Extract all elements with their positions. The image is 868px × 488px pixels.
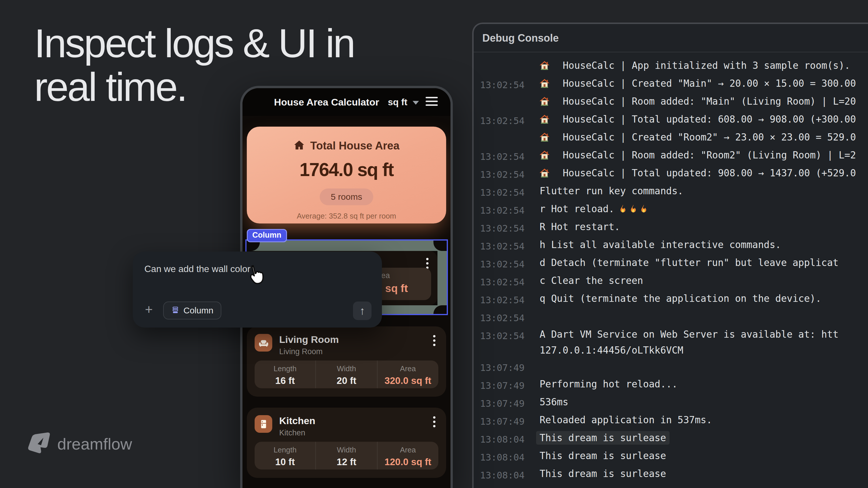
log-message: HouseCalc | Room added: "Main" (Living R… bbox=[557, 96, 856, 107]
log-row: 13:02:54HouseCalc | Total updated: 608.0… bbox=[474, 110, 868, 128]
kebab-menu-icon[interactable] bbox=[433, 416, 436, 427]
house-emoji-icon bbox=[531, 167, 557, 178]
log-timestamp: 13:02:54 bbox=[480, 277, 531, 288]
log-timestamp: 13:02:54 bbox=[480, 223, 531, 234]
log-row: 13:07:49 bbox=[474, 357, 868, 375]
log-row: 13:02:54Flutter run key commands. bbox=[474, 182, 868, 200]
brand: dreamflow bbox=[27, 432, 132, 456]
area-value: 320.0 sq ft bbox=[378, 375, 438, 386]
room-type: Kitchen bbox=[279, 428, 305, 437]
total-area-title: Total House Area bbox=[310, 140, 399, 152]
hand-cursor-icon bbox=[243, 261, 270, 291]
log-row: 13:02:54c Clear the screen bbox=[474, 271, 868, 289]
log-message: c Clear the screen bbox=[531, 275, 643, 286]
log-message: A Dart VM Service on Web Server is avail… bbox=[531, 329, 838, 340]
log-row: 13:02:54HouseCalc | Total updated: 908.0… bbox=[474, 164, 868, 182]
log-row: 13:02:54A Dart VM Service on Web Server … bbox=[474, 325, 868, 343]
log-message: 127.0.0.1:44456/oLTkk6VCM bbox=[531, 345, 683, 356]
log-timestamp: 13:02:54 bbox=[480, 79, 531, 91]
log-row: 13:02:54d Detach (terminate "flutter run… bbox=[474, 254, 868, 271]
log-row: 13:08:04This dream is surlease bbox=[474, 464, 868, 483]
chevron-down-icon bbox=[412, 101, 419, 105]
unit-selector[interactable]: sq ft bbox=[388, 97, 419, 107]
width-value: 12 ft bbox=[316, 456, 377, 467]
brand-name: dreamflow bbox=[57, 434, 132, 453]
dreamflow-logo-icon bbox=[27, 432, 52, 456]
fire-icons bbox=[618, 204, 648, 214]
length-label: Length bbox=[255, 364, 315, 373]
area-label: Area bbox=[378, 364, 438, 373]
room-stats: Length 10 ft Width 12 ft Area 120.0 sq f… bbox=[255, 442, 438, 469]
area-label: Area bbox=[378, 446, 438, 454]
log-timestamp: 13:02:54 bbox=[480, 151, 531, 162]
log-message: R Hot restart. bbox=[531, 221, 620, 232]
log-row: 13:08:04This dream is surlease bbox=[474, 429, 868, 447]
log-row: 13:02:54HouseCalc | Created "Main" → 20.… bbox=[474, 74, 868, 92]
inspector-column-badge: Column bbox=[247, 229, 287, 242]
log-row: 13:02:54r Hot reload. bbox=[474, 200, 868, 218]
log-row: 13:07:49Performing hot reload... bbox=[474, 375, 868, 393]
log-message: This dream is surlease bbox=[536, 431, 670, 445]
log-row: 13:07:49536ms bbox=[474, 393, 868, 411]
total-area-value: 1764.0 sq ft bbox=[247, 159, 446, 181]
chip-label: Column bbox=[183, 305, 213, 316]
house-emoji-icon bbox=[531, 132, 557, 142]
log-message: HouseCalc | Total updated: 608.00 → 908.… bbox=[557, 113, 856, 125]
send-button[interactable]: ↑ bbox=[353, 301, 372, 320]
log-message: h List all available interactive command… bbox=[531, 239, 781, 250]
log-timestamp: 13:02:54 bbox=[480, 330, 531, 341]
log-row: 13:02:54q Quit (terminate the applicatio… bbox=[474, 289, 868, 307]
kebab-menu-icon[interactable] bbox=[426, 258, 429, 269]
log-row: 13:02:54R Hot restart. bbox=[474, 218, 868, 236]
column-widget-icon bbox=[171, 306, 179, 315]
menu-icon[interactable] bbox=[426, 97, 438, 106]
log-message: This dream is surlease bbox=[531, 468, 666, 479]
log-message: HouseCalc | Room added: "Room2" (Living … bbox=[557, 150, 856, 161]
log-timestamp: 13:02:54 bbox=[480, 295, 531, 305]
house-emoji-icon bbox=[531, 78, 557, 89]
log-timestamp: 13:07:49 bbox=[480, 362, 531, 373]
length-label: Length bbox=[255, 446, 315, 454]
log-message: 536ms bbox=[531, 396, 568, 408]
log-message: HouseCalc | Created "Room2" → 23.00 × 23… bbox=[557, 132, 856, 143]
length-value: 10 ft bbox=[255, 456, 315, 467]
log-message: Reloaded application in 537ms. bbox=[531, 414, 712, 426]
house-icon bbox=[293, 139, 305, 152]
log-row: HouseCalc | Room added: "Main" (Living R… bbox=[474, 92, 868, 110]
unit-label: sq ft bbox=[388, 97, 407, 107]
log-timestamp: 13:02:54 bbox=[480, 187, 531, 198]
width-value: 20 ft bbox=[316, 375, 377, 386]
kebab-menu-icon[interactable] bbox=[433, 335, 436, 346]
log-message: HouseCalc | Total updated: 908.00 → 1437… bbox=[557, 167, 856, 178]
debug-console-panel[interactable]: Debug Console HouseCalc | App initialize… bbox=[472, 23, 868, 488]
log-message: This dream is surlease bbox=[531, 450, 666, 461]
log-row: 127.0.0.1:44456/oLTkk6VCM bbox=[474, 343, 868, 357]
log-message: Performing hot reload... bbox=[531, 379, 678, 390]
console-log-list: HouseCalc | App initialized with 3 sampl… bbox=[474, 52, 868, 483]
padding-highlight-right bbox=[437, 251, 447, 305]
column-context-chip[interactable]: Column bbox=[163, 301, 221, 320]
log-timestamp: 13:08:04 bbox=[480, 434, 531, 445]
log-row: HouseCalc | App initialized with 3 sampl… bbox=[474, 56, 868, 74]
chat-prompt-overlay: Can we add the wall color + Column ↑ bbox=[133, 252, 382, 328]
log-timestamp: 13:02:54 bbox=[480, 313, 531, 324]
log-row: 13:07:49Reloaded application in 537ms. bbox=[474, 411, 868, 429]
width-label: Width bbox=[316, 446, 377, 454]
fridge-icon bbox=[255, 415, 272, 433]
room-name: Living Room bbox=[279, 334, 339, 345]
house-emoji-icon bbox=[531, 150, 557, 160]
log-timestamp: 13:02:54 bbox=[480, 116, 531, 126]
plus-icon[interactable]: + bbox=[145, 303, 153, 316]
length-value: 16 ft bbox=[255, 375, 315, 386]
log-message: d Detach (terminate "flutter run" but le… bbox=[531, 257, 838, 268]
total-area-card: Total House Area 1764.0 sq ft 5 rooms Av… bbox=[247, 127, 446, 224]
chat-message-text[interactable]: Can we add the wall color bbox=[144, 264, 250, 274]
log-message: r Hot reload. bbox=[531, 203, 614, 215]
log-message: Flutter run key commands. bbox=[531, 185, 683, 197]
log-timestamp: 13:07:49 bbox=[480, 416, 531, 427]
log-row: 13:02:54 bbox=[474, 307, 868, 325]
log-timestamp: 13:02:54 bbox=[480, 169, 531, 180]
log-timestamp: 13:02:54 bbox=[480, 259, 531, 270]
room-card-living: Living Room Living Room Length 16 ft Wid… bbox=[247, 326, 446, 397]
room-name: Kitchen bbox=[279, 415, 315, 426]
